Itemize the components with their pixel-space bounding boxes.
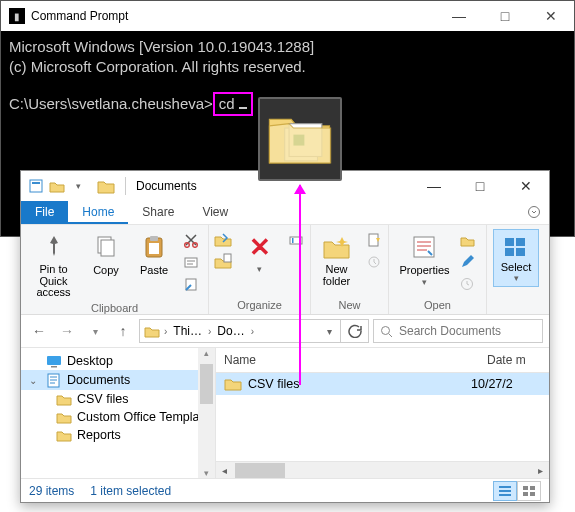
rename-button[interactable]: [286, 229, 308, 251]
tree-item-desktop[interactable]: Desktop: [21, 352, 215, 370]
tab-share[interactable]: Share: [128, 201, 188, 224]
organize-group-label: Organize: [237, 298, 282, 312]
svg-rect-24: [505, 248, 514, 256]
copy-path-button[interactable]: [180, 251, 202, 273]
svg-point-26: [382, 326, 390, 334]
drag-arrow-annotation: [299, 185, 301, 385]
cmd-titlebar[interactable]: ▮ Command Prompt — □ ✕: [1, 1, 574, 31]
cmd-output-line: (c) Microsoft Corporation. All rights re…: [9, 57, 566, 77]
breadcrumb-seg[interactable]: Do…: [215, 324, 246, 338]
explorer-maximize-button[interactable]: □: [457, 171, 503, 201]
svg-point-5: [529, 207, 540, 218]
tree-item-custom[interactable]: Custom Office Templa…: [21, 408, 215, 426]
column-name[interactable]: Name: [216, 348, 479, 372]
new-item-button[interactable]: [363, 229, 385, 251]
address-bar: ← → ▾ ↑ › Thi… › Do… › ▾ Search Document…: [21, 315, 549, 348]
qat-dropdown-icon[interactable]: ▾: [69, 177, 87, 195]
nav-recent-button[interactable]: ▾: [83, 319, 107, 343]
file-list-hscroll[interactable]: ◂▸: [216, 461, 549, 478]
tree-scrollbar[interactable]: ▴ ▾: [198, 348, 215, 478]
folder-icon: [224, 376, 242, 392]
svg-rect-31: [530, 486, 535, 490]
maximize-button[interactable]: □: [482, 1, 528, 31]
svg-rect-4: [32, 182, 40, 184]
select-button[interactable]: Select ▾: [493, 229, 539, 287]
tree-item-reports[interactable]: Reports: [21, 426, 215, 444]
svg-rect-33: [530, 492, 535, 496]
svg-rect-28: [51, 366, 57, 368]
qat-properties-icon[interactable]: [27, 177, 45, 195]
drag-folder-ghost: [258, 97, 342, 181]
tab-view[interactable]: View: [188, 201, 242, 224]
open-button[interactable]: [456, 229, 478, 251]
nav-tree[interactable]: Desktop ⌄ Documents CSV files Custom Off…: [21, 348, 216, 478]
breadcrumb-folder-icon: [144, 323, 160, 339]
svg-rect-9: [150, 236, 158, 241]
history-button[interactable]: [456, 273, 478, 295]
qat-newfolder-icon[interactable]: [48, 177, 66, 195]
properties-button[interactable]: Properties ▾: [397, 229, 451, 289]
chevron-right-icon[interactable]: ›: [162, 326, 169, 337]
chevron-right-icon[interactable]: ›: [206, 326, 213, 337]
svg-rect-17: [292, 238, 294, 243]
ribbon-expand-icon[interactable]: [527, 205, 541, 219]
move-to-button[interactable]: [212, 229, 234, 251]
svg-rect-23: [516, 238, 525, 246]
svg-rect-7: [101, 240, 114, 256]
refresh-button[interactable]: [340, 320, 368, 342]
explorer-close-button[interactable]: ✕: [503, 171, 549, 201]
minimize-button[interactable]: —: [436, 1, 482, 31]
svg-rect-22: [505, 238, 514, 246]
copy-button[interactable]: Copy: [84, 229, 128, 278]
svg-rect-13: [185, 258, 197, 267]
new-folder-button[interactable]: New folder: [315, 229, 359, 289]
cmd-typed-command: cd: [213, 92, 253, 116]
tab-home[interactable]: Home: [68, 201, 128, 224]
file-row-csv[interactable]: CSV files 10/27/2: [216, 373, 549, 395]
status-bar: 29 items 1 item selected: [21, 478, 549, 502]
nav-back-button[interactable]: ←: [27, 319, 51, 343]
search-input[interactable]: Search Documents: [373, 319, 543, 343]
ribbon-tabs: File Home Share View: [21, 201, 549, 225]
paste-button[interactable]: Paste: [132, 229, 176, 278]
cmd-output-line: Microsoft Windows [Version 10.0.19043.12…: [9, 37, 566, 57]
tree-item-documents[interactable]: ⌄ Documents: [21, 370, 215, 390]
paste-shortcut-button[interactable]: [180, 273, 202, 295]
column-date[interactable]: Date m: [479, 348, 549, 372]
breadcrumb[interactable]: › Thi… › Do… › ▾: [139, 319, 369, 343]
view-details-button[interactable]: [493, 481, 517, 501]
tab-file[interactable]: File: [21, 201, 68, 224]
copy-to-button[interactable]: [212, 251, 234, 273]
file-list[interactable]: Name Date m CSV files 10/27/2 ◂▸: [216, 348, 549, 478]
close-button[interactable]: ✕: [528, 1, 574, 31]
edit-button[interactable]: [456, 251, 478, 273]
titlebar-folder-icon: [97, 177, 115, 195]
status-count: 29 items: [29, 484, 74, 498]
pin-to-quick-access-button[interactable]: Pin to Quick access: [27, 229, 80, 301]
open-group-label: Open: [424, 298, 451, 312]
new-group-label: New: [338, 298, 360, 312]
status-selected: 1 item selected: [90, 484, 171, 498]
delete-button[interactable]: ✕ ▾: [238, 229, 282, 276]
cmd-prompt: C:\Users\svetlana.cheusheva>: [9, 95, 213, 112]
view-large-button[interactable]: [517, 481, 541, 501]
cmd-app-icon: ▮: [9, 8, 25, 24]
svg-rect-30: [523, 486, 528, 490]
tree-item-csv[interactable]: CSV files: [21, 390, 215, 408]
cmd-title: Command Prompt: [31, 9, 436, 23]
breadcrumb-seg[interactable]: Thi…: [171, 324, 204, 338]
breadcrumb-dropdown-icon[interactable]: ▾: [327, 326, 338, 337]
explorer-minimize-button[interactable]: —: [411, 171, 457, 201]
cut-button[interactable]: [180, 229, 202, 251]
clipboard-group-label: Clipboard: [91, 301, 138, 315]
nav-up-button[interactable]: ↑: [111, 319, 135, 343]
nav-forward-button[interactable]: →: [55, 319, 79, 343]
chevron-right-icon[interactable]: ›: [249, 326, 256, 337]
svg-rect-18: [369, 234, 378, 246]
file-explorer-window: ▾ Documents — □ ✕ File Home Share View P…: [20, 170, 550, 503]
easy-access-button[interactable]: [363, 251, 385, 273]
explorer-title: Documents: [136, 179, 407, 193]
search-icon: [380, 325, 393, 338]
svg-rect-27: [47, 356, 61, 365]
ribbon: Pin to Quick access Copy Paste Clipboard: [21, 225, 549, 315]
